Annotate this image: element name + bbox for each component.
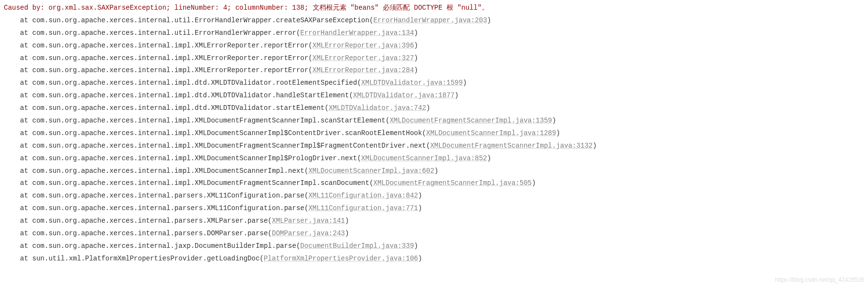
stack-frame: at sun.util.xml.PlatformXmlPropertiesPro… xyxy=(4,253,864,265)
stack-frame: at com.sun.org.apache.xerces.internal.ut… xyxy=(4,15,864,27)
stack-frame: at com.sun.org.apache.xerces.internal.ja… xyxy=(4,240,864,253)
stack-frame: at com.sun.org.apache.xerces.internal.im… xyxy=(4,40,864,52)
method-path: com.sun.org.apache.xerces.internal.jaxp.… xyxy=(32,242,296,250)
paren-close: ) xyxy=(345,229,349,237)
at-keyword: at xyxy=(20,142,32,150)
source-link[interactable]: XMLErrorReporter.java:396 xyxy=(313,42,414,49)
source-link[interactable]: PlatformXmlPropertiesProvider.java:106 xyxy=(264,255,418,262)
at-keyword: at xyxy=(20,179,32,187)
source-link[interactable]: XMLDocumentScannerImpl.java:1289 xyxy=(426,129,556,137)
at-keyword: at xyxy=(20,204,32,212)
at-keyword: at xyxy=(20,104,32,112)
paren-close: ) xyxy=(434,167,438,175)
method-path: com.sun.org.apache.xerces.internal.parse… xyxy=(32,204,304,212)
paren-open: ( xyxy=(308,54,312,62)
method-path: com.sun.org.apache.xerces.internal.impl.… xyxy=(32,42,308,49)
at-keyword: at xyxy=(20,255,32,262)
at-keyword: at xyxy=(20,129,32,137)
paren-open: ( xyxy=(369,16,373,24)
source-link[interactable]: XMLDTDValidator.java:1599 xyxy=(361,79,463,87)
source-link[interactable]: DOMParser.java:243 xyxy=(272,229,345,237)
source-link[interactable]: XMLDocumentFragmentScannerImpl.java:505 xyxy=(374,179,532,187)
source-link[interactable]: XML11Configuration.java:842 xyxy=(308,192,418,199)
source-link[interactable]: XMLDocumentFragmentScannerImpl.java:1359 xyxy=(390,117,552,124)
source-link[interactable]: DocumentBuilderImpl.java:339 xyxy=(300,242,414,250)
source-link[interactable]: XMLDocumentFragmentScannerImpl.java:3132 xyxy=(430,142,593,150)
method-path: sun.util.xml.PlatformXmlPropertiesProvid… xyxy=(32,255,260,262)
paren-close: ) xyxy=(414,54,418,62)
stack-frame: at com.sun.org.apache.xerces.internal.im… xyxy=(4,165,864,178)
at-keyword: at xyxy=(20,192,32,199)
at-keyword: at xyxy=(20,242,32,250)
at-keyword: at xyxy=(20,217,32,225)
method-path: com.sun.org.apache.xerces.internal.impl.… xyxy=(32,79,357,87)
paren-close: ) xyxy=(418,192,422,199)
paren-open: ( xyxy=(369,179,373,187)
stack-frame: at com.sun.org.apache.xerces.internal.im… xyxy=(4,77,864,90)
source-link[interactable]: XMLErrorReporter.java:327 xyxy=(313,54,414,62)
source-link[interactable]: ErrorHandlerWrapper.java:203 xyxy=(374,16,487,24)
paren-open: ( xyxy=(422,129,426,137)
paren-open: ( xyxy=(260,255,263,262)
paren-close: ) xyxy=(552,117,556,124)
paren-close: ) xyxy=(414,66,418,74)
paren-close: ) xyxy=(593,142,596,150)
paren-close: ) xyxy=(463,79,466,87)
stack-frame: at com.sun.org.apache.xerces.internal.im… xyxy=(4,102,864,115)
exception-line: Caused by: org.xml.sax.SAXParseException… xyxy=(4,2,864,15)
stack-frame: at com.sun.org.apache.xerces.internal.pa… xyxy=(4,215,864,228)
caused-by-prefix: Caused by: xyxy=(4,4,48,12)
at-keyword: at xyxy=(20,79,32,87)
source-link[interactable]: XMLErrorReporter.java:284 xyxy=(313,66,414,74)
paren-open: ( xyxy=(426,142,430,150)
at-keyword: at xyxy=(20,229,32,237)
stack-frame: at com.sun.org.apache.xerces.internal.pa… xyxy=(4,202,864,215)
paren-close: ) xyxy=(414,42,418,49)
at-keyword: at xyxy=(20,54,32,62)
stack-frame: at com.sun.org.apache.xerces.internal.im… xyxy=(4,127,864,140)
paren-close: ) xyxy=(414,242,418,250)
stack-frames: at com.sun.org.apache.xerces.internal.ut… xyxy=(4,15,864,265)
method-path: com.sun.org.apache.xerces.internal.impl.… xyxy=(32,142,426,150)
method-path: com.sun.org.apache.xerces.internal.parse… xyxy=(32,217,268,225)
source-link[interactable]: XMLDTDValidator.java:1877 xyxy=(353,91,455,99)
method-path: com.sun.org.apache.xerces.internal.impl.… xyxy=(32,117,386,124)
source-link[interactable]: XMLDocumentScannerImpl.java:852 xyxy=(361,154,487,162)
paren-open: ( xyxy=(308,42,312,49)
method-path: com.sun.org.apache.xerces.internal.parse… xyxy=(32,192,304,199)
stack-frame: at com.sun.org.apache.xerces.internal.im… xyxy=(4,152,864,165)
method-path: com.sun.org.apache.xerces.internal.impl.… xyxy=(32,167,304,175)
paren-close: ) xyxy=(556,129,560,137)
paren-open: ( xyxy=(268,217,272,225)
method-path: com.sun.org.apache.xerces.internal.parse… xyxy=(32,229,268,237)
source-link[interactable]: XMLParser.java:141 xyxy=(272,217,345,225)
paren-open: ( xyxy=(308,66,312,74)
method-path: com.sun.org.apache.xerces.internal.impl.… xyxy=(32,54,308,62)
at-keyword: at xyxy=(20,42,32,49)
paren-close: ) xyxy=(418,255,422,262)
method-path: com.sun.org.apache.xerces.internal.util.… xyxy=(32,29,296,37)
paren-close: ) xyxy=(414,29,418,37)
source-link[interactable]: ErrorHandlerWrapper.java:134 xyxy=(300,29,414,37)
source-link[interactable]: XML11Configuration.java:771 xyxy=(308,204,418,212)
paren-close: ) xyxy=(487,16,491,24)
stack-frame: at com.sun.org.apache.xerces.internal.im… xyxy=(4,64,864,77)
stack-frame: at com.sun.org.apache.xerces.internal.pa… xyxy=(4,190,864,202)
method-path: com.sun.org.apache.xerces.internal.impl.… xyxy=(32,154,357,162)
at-keyword: at xyxy=(20,16,32,24)
paren-close: ) xyxy=(532,179,535,187)
method-path: com.sun.org.apache.xerces.internal.impl.… xyxy=(32,179,369,187)
stack-frame: at com.sun.org.apache.xerces.internal.ut… xyxy=(4,27,864,40)
at-keyword: at xyxy=(20,91,32,99)
at-keyword: at xyxy=(20,117,32,124)
stack-trace: Caused by: org.xml.sax.SAXParseException… xyxy=(4,2,864,265)
paren-open: ( xyxy=(304,192,308,199)
paren-open: ( xyxy=(268,229,272,237)
stack-frame: at com.sun.org.apache.xerces.internal.im… xyxy=(4,52,864,65)
source-link[interactable]: XMLDocumentScannerImpl.java:602 xyxy=(308,167,434,175)
paren-open: ( xyxy=(304,204,308,212)
paren-open: ( xyxy=(349,91,353,99)
source-link[interactable]: XMLDTDValidator.java:742 xyxy=(329,104,426,112)
paren-close: ) xyxy=(418,204,422,212)
stack-frame: at com.sun.org.apache.xerces.internal.im… xyxy=(4,177,864,190)
